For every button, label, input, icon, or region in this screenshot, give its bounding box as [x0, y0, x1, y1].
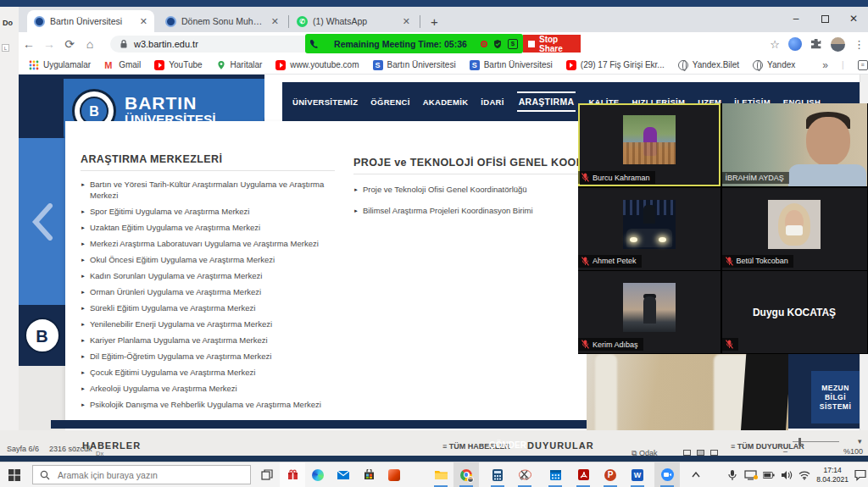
close-button[interactable]: ✕ [839, 7, 868, 30]
word-zoom-out-icon[interactable]: – [783, 447, 787, 456]
participant-tile-betul[interactable]: Betül Tokcoban [722, 188, 867, 270]
shield-icon[interactable] [492, 39, 503, 49]
calendar-button[interactable] [542, 462, 568, 487]
nav-universitemiz[interactable]: ÜNİVERSİTEMİZ [292, 97, 358, 107]
tab-close-icon[interactable]: ✕ [271, 16, 279, 27]
new-tab-button[interactable]: + [424, 10, 444, 32]
taskbar-search[interactable] [32, 465, 251, 484]
taskbar-clock[interactable]: 17:14 8.04.2021 [816, 466, 849, 484]
participant-tile-duygu[interactable]: Duygu KOCATAŞ [722, 271, 867, 353]
reload-icon[interactable]: ⟳ [59, 37, 80, 51]
dollar-icon[interactable]: $ [508, 39, 518, 49]
word-menu-fragment[interactable]: Do [3, 19, 13, 27]
powerpoint-button[interactable]: P [598, 462, 623, 487]
home-icon[interactable]: ⌂ [80, 37, 100, 51]
carousel-prev-icon[interactable] [31, 203, 53, 241]
mail-button[interactable] [331, 462, 356, 487]
bookmark-bartin-2[interactable]: S Bartın Üniversitesi [470, 60, 553, 70]
word-view-read-icon[interactable] [683, 450, 691, 456]
bookmarks-overflow-chevron[interactable]: » [822, 59, 828, 71]
nav-akademik[interactable]: AKADEMİK [423, 97, 469, 107]
zoom-app-button[interactable] [654, 462, 680, 487]
list-item[interactable]: Kadın Sorunları Uygulama ve Araştırma Me… [81, 270, 335, 281]
extension-blue-icon[interactable] [788, 37, 802, 51]
word-zoom-thumb[interactable] [798, 438, 801, 445]
bookmark-youtube-url[interactable]: www.youtube.com [275, 60, 359, 70]
list-item[interactable]: Kariyer Planlama Uygulama ve Araştırma M… [81, 335, 335, 346]
list-item[interactable]: Spor Eğitimi Uygulama ve Araştırma Merke… [81, 206, 335, 217]
reading-list-button[interactable]: ≡ Okuma listesi [858, 60, 868, 70]
list-item[interactable]: Bartın ve Yöresi Tarih-Kültür Araştırmal… [81, 179, 335, 201]
nav-arastirma[interactable]: ARAŞTIRMA [517, 91, 576, 112]
list-item[interactable]: Dil Eğitim-Öğretim Uygulama ve Araştırma… [81, 351, 335, 362]
list-item[interactable]: Merkezi Araştırma Laboratuvarı Uygulama … [81, 238, 335, 249]
list-item[interactable]: Yenilenebilir Enerji Uygulama ve Araştır… [81, 318, 335, 329]
bookmark-youtube[interactable]: YouTube [154, 60, 202, 70]
store-button[interactable] [356, 462, 381, 487]
maximize-button[interactable] [810, 7, 839, 30]
forward-icon[interactable]: → [39, 37, 59, 51]
nav-idari[interactable]: İDARİ [481, 97, 504, 107]
tab-close-icon[interactable]: ✕ [140, 16, 147, 27]
tab-close-icon[interactable]: ✕ [403, 16, 410, 27]
bookmark-gmail[interactable]: M Gmail [104, 60, 141, 70]
list-item[interactable]: Proje ve Teknoloji Ofisi Genel Koordinat… [353, 184, 582, 195]
participant-tile-ibrahim[interactable]: İBRAHİM AYDAŞ [722, 103, 867, 186]
word-view-web-icon[interactable] [710, 450, 718, 456]
list-item[interactable]: Uzaktan Eğitim Uygulama ve Araştırma Mer… [81, 222, 335, 233]
chrome-button[interactable] [453, 462, 479, 487]
battery-tray-icon[interactable] [763, 469, 775, 481]
list-item[interactable]: Psikolojik Danışma ve Rehberlik Uygulama… [81, 399, 335, 410]
wifi-tray-icon[interactable] [798, 469, 810, 481]
collapse-caret-icon[interactable]: ▾ [858, 437, 862, 445]
snipping-tool-button[interactable] [512, 462, 537, 487]
task-view-button[interactable] [254, 462, 280, 487]
participant-tile-kerim[interactable]: Kerim Adıbaş [578, 271, 721, 353]
tab-muhasebe[interactable]: Dönem Sonu Muhasebe İşlemler ✕ [159, 10, 286, 32]
calculator-button[interactable] [485, 462, 510, 487]
list-item[interactable]: Arkeoloji Uygulama ve Araştırma Merkezi [81, 383, 335, 394]
tab-whatsapp[interactable]: ✆ (1) WhatsApp ✕ [290, 10, 417, 32]
profile-avatar[interactable] [831, 37, 845, 52]
nav-ogrenci[interactable]: ÖĞRENCİ [370, 97, 409, 107]
mezun-bilgi-sistemi-button[interactable]: MEZUN BİLGİ SİSTEMİ [811, 371, 860, 423]
address-bar[interactable]: w3.bartin.edu.tr [110, 36, 314, 53]
list-item[interactable]: Okul Öncesi Eğitim Uygulama ve Araştırma… [81, 254, 335, 265]
start-button[interactable] [2, 462, 27, 487]
stop-share-button[interactable]: Stop Share [523, 35, 581, 53]
gift-app-button[interactable] [280, 462, 305, 487]
tray-expand-button[interactable] [683, 462, 709, 487]
list-item[interactable]: Orman Ürünleri Uygulama ve Araştırma Mer… [81, 286, 335, 297]
magnifier-seal-icon[interactable]: B [25, 318, 60, 353]
screen-share-tray-icon[interactable] [744, 470, 757, 480]
word-button[interactable]: W [625, 462, 650, 487]
notification-center-icon[interactable] [854, 469, 866, 481]
word-zoom-level[interactable]: %100 [843, 447, 863, 456]
minimize-button[interactable]: – [782, 7, 810, 30]
tab-bartin[interactable]: Bartın Üniversitesi ✕ [27, 10, 154, 32]
list-item[interactable]: Çocuk Eğitimi Uygulama ve Araştırma Merk… [81, 367, 335, 378]
acrobat-button[interactable] [570, 462, 596, 487]
word-page-count[interactable]: Sayfa 6/6 [7, 445, 39, 453]
office-button[interactable] [381, 462, 407, 487]
bookmark-yandex-bilet[interactable]: Yandex.Bilet [678, 60, 739, 70]
extensions-puzzle-icon[interactable] [810, 38, 822, 50]
word-view-print-icon[interactable] [697, 450, 704, 456]
bookmark-star-icon[interactable]: ☆ [770, 38, 780, 51]
speaker-tray-icon[interactable] [781, 469, 793, 481]
bookmark-bartin-1[interactable]: S Bartın Üniversitesi [373, 60, 456, 70]
back-icon[interactable]: ← [19, 37, 39, 51]
menu-kebab-icon[interactable]: ⋮ [854, 38, 865, 51]
tum-duyurular-link[interactable]: ≡ TÜM DUYURULAR [731, 442, 804, 451]
list-item[interactable]: Bilimsel Araştırma Projeleri Koordinasyo… [353, 205, 582, 216]
participant-tile-burcu[interactable]: Burcu Kahraman [578, 103, 721, 186]
list-item[interactable]: Sürekli Eğitim Uygulama ve Araştırma Mer… [81, 302, 335, 313]
microphone-tray-icon[interactable] [726, 469, 738, 481]
bookmark-maps[interactable]: Haritalar [216, 60, 263, 70]
bookmark-yandex[interactable]: Yandex [753, 60, 795, 70]
bookmark-apps[interactable]: Uygulamalar [29, 60, 91, 70]
search-input[interactable] [56, 469, 225, 481]
edge-button[interactable] [305, 462, 331, 487]
record-icon[interactable] [481, 41, 487, 47]
participant-tile-ahmet[interactable]: Ahmet Petek [578, 188, 721, 270]
